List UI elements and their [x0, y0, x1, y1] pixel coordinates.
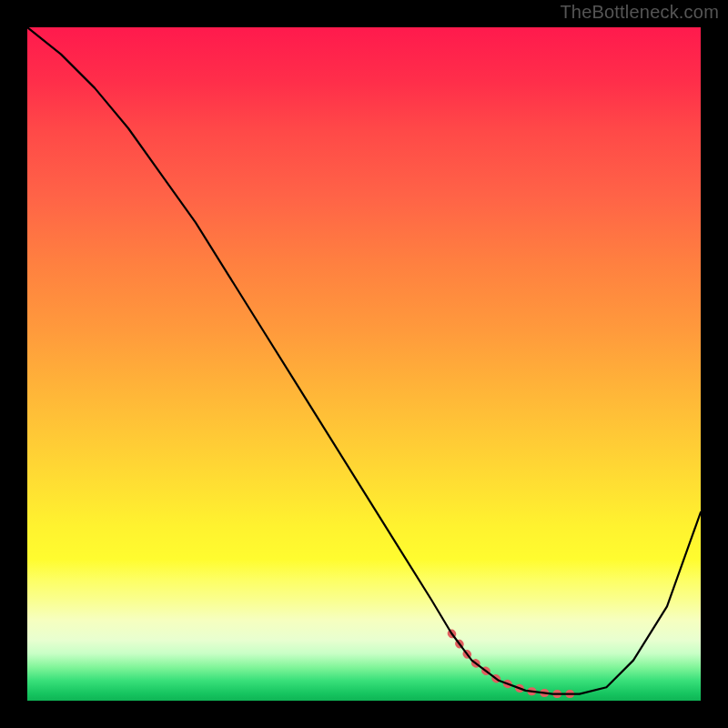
plot-area — [27, 27, 701, 701]
bottleneck-curve — [27, 27, 701, 694]
curve-svg — [27, 27, 701, 701]
chart-container: TheBottleneck.com — [0, 0, 728, 728]
trough-marker — [451, 633, 580, 694]
watermark-text: TheBottleneck.com — [560, 2, 719, 23]
